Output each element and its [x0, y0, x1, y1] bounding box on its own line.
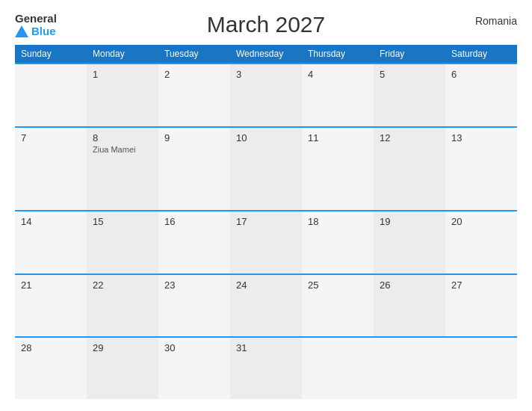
day-number: 6 — [451, 69, 511, 80]
weekday-header: Wednesday — [230, 45, 302, 64]
calendar-cell: 2 — [158, 64, 230, 127]
calendar-cell: 30 — [158, 337, 230, 399]
calendar-cell: 10 — [230, 127, 302, 211]
day-number: 13 — [451, 132, 511, 143]
calendar-cell: 28 — [15, 337, 87, 399]
calendar-cell: 8Ziua Mamei — [87, 127, 158, 211]
calendar-cell: 9 — [158, 127, 230, 211]
calendar-cell: 29 — [87, 337, 158, 399]
day-number: 8 — [93, 132, 152, 143]
calendar-cell: 26 — [374, 274, 445, 338]
calendar-cell: 6 — [445, 64, 517, 127]
calendar-cell: 25 — [302, 274, 374, 338]
calendar-week-row: 123456 — [15, 64, 517, 127]
day-number: 2 — [164, 69, 224, 80]
weekday-header: Monday — [87, 45, 158, 64]
weekday-header: Saturday — [445, 45, 517, 64]
calendar-week-row: 14151617181920 — [15, 211, 517, 274]
day-number: 24 — [236, 279, 296, 291]
calendar-cell: 23 — [158, 274, 230, 338]
day-number: 18 — [308, 216, 368, 227]
day-number: 19 — [380, 216, 439, 227]
calendar-week-row: 78Ziua Mamei910111213 — [15, 127, 517, 211]
calendar-cell: 20 — [445, 211, 517, 274]
weekday-header: Sunday — [15, 45, 87, 64]
calendar-cell: 21 — [15, 274, 87, 338]
calendar-cell: 15 — [87, 211, 158, 274]
day-number: 22 — [93, 279, 152, 291]
country-name: Romania — [475, 15, 517, 27]
calendar-cell — [302, 337, 374, 399]
calendar-title: March 2027 — [207, 12, 325, 37]
day-number: 28 — [21, 342, 81, 353]
day-number: 30 — [164, 342, 224, 353]
weekday-header: Tuesday — [158, 45, 230, 64]
day-number: 5 — [380, 69, 439, 80]
day-number: 14 — [21, 216, 81, 227]
calendar-week-row: 21222324252627 — [15, 274, 517, 338]
logo-blue-row: Blue — [15, 25, 56, 37]
calendar-cell: 16 — [158, 211, 230, 274]
logo-general-text: General — [15, 12, 57, 25]
calendar-cell: 31 — [230, 337, 302, 399]
calendar-cell: 7 — [15, 127, 87, 211]
weekday-header: Thursday — [302, 45, 374, 64]
calendar-cell: 12 — [374, 127, 445, 211]
calendar-cell — [374, 337, 445, 399]
calendar-table: SundayMondayTuesdayWednesdayThursdayFrid… — [15, 45, 517, 399]
day-number: 16 — [164, 216, 224, 227]
day-number: 20 — [451, 216, 511, 227]
calendar-cell: 18 — [302, 211, 374, 274]
day-number: 15 — [93, 216, 152, 227]
event-label: Ziua Mamei — [93, 145, 152, 154]
day-number: 25 — [308, 279, 368, 291]
day-number: 26 — [380, 279, 439, 291]
calendar-cell: 27 — [445, 274, 517, 338]
calendar-cell: 4 — [302, 64, 374, 127]
day-number: 10 — [236, 132, 296, 143]
calendar-cell: 17 — [230, 211, 302, 274]
logo: General Blue — [15, 12, 57, 37]
day-number: 17 — [236, 216, 296, 227]
day-number: 23 — [164, 279, 224, 291]
day-number: 3 — [236, 69, 296, 80]
weekday-header: Friday — [374, 45, 445, 64]
calendar-cell — [445, 337, 517, 399]
day-number: 9 — [164, 132, 224, 143]
logo-blue-text: Blue — [31, 25, 56, 37]
day-number: 27 — [451, 279, 511, 291]
calendar-cell — [15, 64, 87, 127]
calendar-cell: 3 — [230, 64, 302, 127]
calendar-cell: 13 — [445, 127, 517, 211]
day-number: 31 — [236, 342, 296, 353]
logo-triangle-icon — [15, 25, 28, 37]
calendar-cell: 5 — [374, 64, 445, 127]
calendar-week-row: 28293031 — [15, 337, 517, 399]
calendar-cell: 19 — [374, 211, 445, 274]
calendar-cell: 1 — [87, 64, 158, 127]
calendar-header-row: SundayMondayTuesdayWednesdayThursdayFrid… — [15, 45, 517, 64]
day-number: 4 — [308, 69, 368, 80]
day-number: 29 — [93, 342, 152, 353]
calendar-header: General Blue March 2027 Romania — [15, 12, 517, 37]
calendar-cell: 11 — [302, 127, 374, 211]
day-number: 11 — [308, 132, 368, 143]
day-number: 12 — [380, 132, 439, 143]
day-number: 7 — [21, 132, 81, 143]
day-number: 1 — [93, 69, 152, 80]
day-number: 21 — [21, 279, 81, 291]
calendar-cell: 24 — [230, 274, 302, 338]
calendar-cell: 14 — [15, 211, 87, 274]
calendar-cell: 22 — [87, 274, 158, 338]
